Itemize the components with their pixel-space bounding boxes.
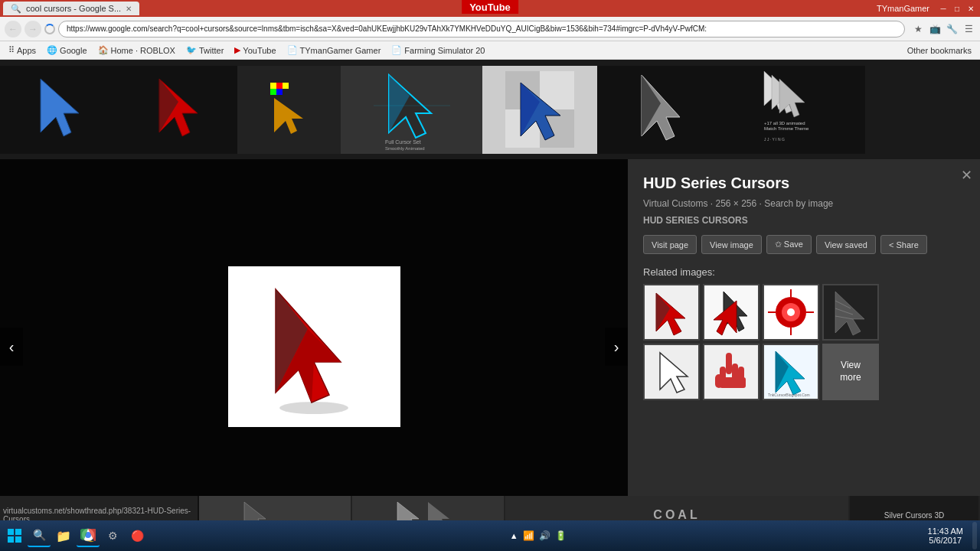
view-image-btn[interactable]: View image (701, 235, 762, 254)
svg-rect-3 (270, 83, 276, 89)
clock-date: 5/6/2017 (928, 536, 963, 545)
farming-label: Farming Simulator 20 (404, 46, 485, 55)
svg-rect-4 (276, 83, 283, 89)
bookmark-google[interactable]: 🌐 Google (43, 44, 90, 57)
url-input[interactable] (58, 21, 905, 37)
apps-btn[interactable]: ⠿ Apps (5, 44, 40, 57)
taskbar-red-btn[interactable]: 🔴 (126, 524, 149, 547)
forward-btn[interactable]: → (24, 21, 41, 37)
related-thumb-1[interactable] (643, 284, 700, 341)
strip-image-5[interactable] (482, 66, 597, 154)
url-icons: ★ 📺 🔧 ☰ (911, 22, 975, 36)
maximize-btn[interactable]: □ (951, 2, 963, 15)
main-image-box (228, 266, 400, 427)
taskbar-search-btn[interactable]: 🔍 (28, 524, 51, 547)
strip-image-1[interactable] (0, 66, 119, 154)
bookmark-star-icon[interactable]: ★ (911, 22, 925, 36)
next-arrow[interactable]: › (605, 328, 628, 366)
volume-icon[interactable]: 🔊 (539, 530, 550, 541)
taskbar-clock[interactable]: 11:43 AM 5/6/2017 (928, 527, 969, 545)
farming-icon: 📄 (391, 45, 402, 55)
youtube-logo: YouTube (462, 0, 518, 14)
svg-point-32 (279, 402, 348, 414)
tab-label: cool cursors - Google S... (26, 4, 121, 13)
tymangamer-label: TYmanGamer Gamer (300, 46, 381, 55)
google-label: Google (60, 46, 87, 55)
related-thumb-3[interactable] (763, 284, 819, 341)
svg-text:Match Trimme Theme: Match Trimme Theme (764, 126, 809, 131)
related-svg-5 (645, 345, 698, 399)
view-more-label: Viewmore (840, 360, 861, 383)
twitter-icon: 🐦 (186, 45, 197, 55)
network-icon[interactable]: 📶 (523, 530, 534, 541)
related-label: Related images: (643, 266, 965, 278)
roblox-label: Home · ROBLOX (111, 46, 175, 55)
chromecast-icon[interactable]: 📺 (928, 22, 942, 36)
other-bookmarks-btn[interactable]: Other bookmarks (903, 44, 975, 57)
chrome-icon (80, 527, 96, 543)
close-icon: ✕ (961, 168, 972, 183)
visit-page-btn[interactable]: Visit page (643, 235, 697, 254)
twitter-label: Twitter (199, 46, 224, 55)
taskbar-steam-btn[interactable]: ⚙ (101, 524, 124, 547)
close-window-btn[interactable]: ✕ (965, 2, 977, 15)
arrow-checkered-svg (505, 71, 574, 148)
bookmark-farming[interactable]: 📄 Farming Simulator 20 (387, 44, 488, 57)
related-svg-6 (704, 345, 758, 399)
svg-text:Full Cursor Set: Full Cursor Set (385, 139, 421, 145)
view-saved-label: View saved (825, 240, 867, 249)
save-btn[interactable]: ✩ Save (766, 235, 812, 254)
strip-image-3[interactable] (237, 66, 341, 154)
extension-icon[interactable]: 🔧 (945, 22, 959, 36)
menu-icon[interactable]: ☰ (962, 22, 975, 36)
view-more-btn[interactable]: Viewmore (822, 344, 879, 400)
detail-image-area: ‹ › (0, 159, 628, 534)
svg-rect-7 (283, 83, 289, 89)
strip-image-2[interactable] (119, 66, 237, 154)
browser-tab[interactable]: 🔍 cool cursors - Google S... ✕ (3, 2, 139, 15)
tab-close-btn[interactable]: ✕ (126, 5, 132, 13)
search-taskbar-icon: 🔍 (33, 529, 46, 541)
strip-image-4[interactable]: Full Cursor Set Smoothly Animated (341, 66, 482, 154)
loading-spinner (44, 24, 55, 34)
related-thumb-2[interactable] (703, 284, 760, 341)
svg-text:J J · Y I N G: J J · Y I N G (764, 137, 785, 142)
view-saved-btn[interactable]: View saved (816, 235, 876, 254)
taskbar: 🔍 📁 ⚙ 🔴 ▲ 📶 🔊 🔋 11:43 AM 5/6/2017 (0, 520, 980, 551)
image-title: HUD Series Cursors (643, 174, 965, 192)
svg-rect-69 (15, 529, 21, 535)
related-thumb-4[interactable] (822, 284, 879, 341)
svg-rect-70 (8, 536, 14, 543)
back-btn[interactable]: ← (5, 21, 21, 37)
strip-image-6[interactable] (597, 66, 724, 154)
strip-image-7[interactable]: +17 all 3D animated Match Trimme Theme J… (724, 66, 865, 154)
prev-arrow[interactable]: ‹ (0, 328, 23, 366)
minimize-btn[interactable]: ─ (937, 2, 949, 15)
tray-up-arrow[interactable]: ▲ (510, 531, 518, 540)
related-thumb-6[interactable] (703, 344, 760, 400)
show-desktop-btn[interactable] (972, 522, 977, 549)
bookmark-youtube[interactable]: ▶ YouTube (230, 44, 279, 57)
tab-favicon: 🔍 (11, 4, 21, 14)
svg-point-42 (787, 308, 795, 316)
titlebar-left: 🔍 cool cursors - Google S... ✕ (3, 2, 139, 15)
visit-page-label: Visit page (652, 240, 688, 249)
3d-cursor-svg: Full Cursor Set Smoothly Animated (374, 67, 450, 152)
titlebar-user: TYmanGamer (877, 4, 929, 13)
main-cursor-image (237, 274, 390, 419)
related-svg-7: TnkCursorBlogspot.Com (764, 345, 818, 399)
bookmark-tymangamer[interactable]: 📄 TYmanGamer Gamer (283, 44, 385, 57)
battery-icon[interactable]: 🔋 (555, 530, 567, 541)
taskbar-chrome-btn[interactable] (77, 524, 100, 547)
related-thumb-5[interactable] (643, 344, 700, 400)
taskbar-file-explorer-btn[interactable]: 📁 (52, 524, 75, 547)
close-detail-btn[interactable]: ✕ (961, 167, 972, 184)
related-thumb-7[interactable]: TnkCursorBlogspot.Com (763, 344, 819, 400)
urlbar: ← → ★ 📺 🔧 ☰ (0, 17, 980, 41)
share-btn[interactable]: < Share (880, 235, 927, 254)
titlebar: 🔍 cool cursors - Google S... ✕ YouTube T… (0, 0, 980, 17)
bookmark-roblox[interactable]: 🏠 Home · ROBLOX (94, 44, 179, 57)
start-button[interactable] (3, 524, 26, 547)
bookmark-twitter[interactable]: 🐦 Twitter (182, 44, 227, 57)
svg-text:+17 all 3D animated: +17 all 3D animated (764, 121, 805, 126)
